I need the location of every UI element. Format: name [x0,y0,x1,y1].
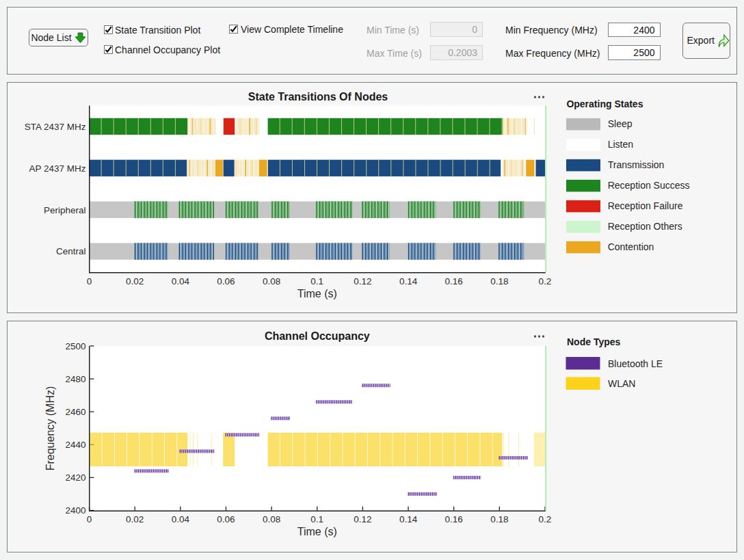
svg-text:2500: 2500 [65,341,85,351]
svg-text:WLAN: WLAN [608,378,635,389]
svg-text:Reception Others: Reception Others [608,221,682,232]
svg-text:Bluetooth LE: Bluetooth LE [608,358,663,369]
svg-text:Sleep: Sleep [608,118,633,129]
svg-text:0.04: 0.04 [172,514,190,524]
svg-text:0.06: 0.06 [217,514,235,524]
svg-text:STA 2437 MHz: STA 2437 MHz [25,122,86,132]
svg-text:0.18: 0.18 [490,276,508,286]
svg-text:0.16: 0.16 [445,276,463,286]
svg-text:2440: 2440 [65,440,85,450]
svg-text:Listen: Listen [608,139,633,150]
svg-text:0: 0 [87,276,92,286]
svg-text:0.12: 0.12 [354,514,371,524]
svg-text:0.14: 0.14 [399,276,418,286]
svg-text:Peripheral: Peripheral [44,205,86,215]
svg-text:Channel Occupancy: Channel Occupancy [265,330,370,342]
svg-text:2480: 2480 [65,374,85,384]
svg-text:0.08: 0.08 [263,276,280,286]
svg-text:Reception Success: Reception Success [608,180,690,191]
svg-text:Contention: Contention [608,241,654,252]
svg-text:0.02: 0.02 [126,514,144,524]
svg-text:2460: 2460 [65,407,85,417]
svg-text:0.1: 0.1 [310,276,323,286]
svg-text:Node Types: Node Types [567,336,621,347]
svg-text:Transmission: Transmission [608,159,665,170]
svg-text:2400: 2400 [65,505,85,516]
svg-text:Time (s): Time (s) [297,526,337,537]
svg-text:0.06: 0.06 [217,276,235,286]
svg-text:Central: Central [56,246,86,256]
svg-text:2420: 2420 [65,472,85,483]
svg-text:0.18: 0.18 [490,514,508,524]
svg-text:0.04: 0.04 [172,276,190,286]
svg-text:0.2: 0.2 [539,276,552,286]
svg-text:0.08: 0.08 [263,514,280,524]
svg-text:0.1: 0.1 [310,514,323,524]
svg-text:0.16: 0.16 [445,514,463,524]
svg-text:0.14: 0.14 [399,514,418,524]
svg-text:0: 0 [87,514,92,524]
svg-text:Frequency (MHz): Frequency (MHz) [44,386,56,471]
svg-text:State Transitions Of Nodes: State Transitions Of Nodes [248,91,388,103]
svg-text:0.02: 0.02 [126,276,144,286]
svg-text:0.12: 0.12 [354,276,371,286]
svg-text:Reception Failure: Reception Failure [608,200,683,211]
svg-text:Time (s): Time (s) [297,288,337,299]
svg-text:AP 2437 MHz: AP 2437 MHz [29,163,85,174]
svg-text:0.2: 0.2 [539,514,552,524]
svg-text:Operating States: Operating States [566,98,643,109]
